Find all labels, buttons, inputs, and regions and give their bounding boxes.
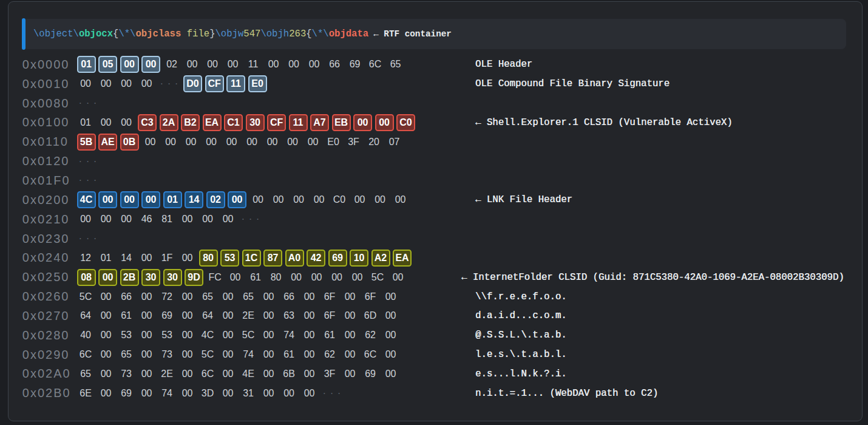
byte-cells: 00000000···D0CF11E0 — [75, 75, 268, 92]
row-annotation: ← Shell.Explorer.1 CLSID (Vulnerable Act… — [475, 117, 733, 128]
offset-label: 0x0010 — [22, 77, 76, 91]
offset-label: 0x0240 — [22, 251, 76, 265]
hex-row: 0x0240120114001F0080531C87A0426910A2EA — [8, 248, 861, 268]
offset-label: 0x0110 — [22, 135, 76, 149]
hex-byte: 00 — [138, 330, 155, 341]
rtf-token: { — [306, 29, 311, 39]
hex-byte: 00 — [97, 117, 115, 128]
hex-byte-highlight: 00 — [141, 191, 160, 208]
hex-byte: 00 — [260, 291, 277, 302]
hex-byte: 00 — [280, 388, 298, 399]
offset-label: 0x0250 — [22, 270, 76, 284]
byte-cells: ··· — [75, 155, 96, 168]
rtf-token: \objh — [260, 29, 289, 39]
hex-byte: 00 — [219, 291, 237, 302]
offset-label: 0x0080 — [22, 97, 76, 110]
offset-label: 0x0000 — [22, 58, 76, 72]
hex-byte: 00 — [290, 194, 308, 205]
row-annotation: @.S.S.L.\.t.a.b. — [475, 330, 567, 341]
offset-label: 0x0280 — [22, 328, 76, 342]
hex-byte: 66 — [118, 291, 135, 302]
row-annotation: e.s...l.N.k.?.i. — [475, 369, 567, 379]
hex-byte: 00 — [97, 369, 115, 379]
hex-byte: 00 — [288, 272, 305, 283]
ellipsis: ··· — [77, 233, 95, 245]
rtf-token: \* — [118, 29, 130, 39]
hex-byte: 00 — [341, 330, 359, 341]
hex-byte: 00 — [341, 349, 359, 360]
rtf-token: \object — [33, 29, 73, 39]
hex-byte: 01 — [97, 253, 115, 264]
rtf-token: objclass — [135, 29, 181, 39]
hex-byte: 00 — [243, 137, 261, 148]
hex-byte: 74 — [240, 349, 257, 360]
hex-row: 0x025008002B30309DFC006180000000005C00← … — [8, 268, 861, 287]
hex-byte: 64 — [199, 310, 217, 321]
hex-byte: 62 — [321, 349, 339, 360]
hex-byte: 00 — [178, 369, 196, 379]
hex-byte-highlight: D0 — [183, 75, 202, 92]
byte-cells: 64006100690064002E0063006F006D00 — [75, 310, 401, 321]
byte-cells: 01050000020000001100000066696C65 — [75, 56, 405, 73]
row-annotation: OLE Header — [475, 59, 532, 70]
hex-byte: 00 — [118, 214, 135, 225]
hex-byte: 00 — [219, 330, 237, 341]
hex-byte: 00 — [138, 253, 155, 264]
hex-byte-highlight: 01 — [77, 56, 96, 73]
hex-byte-highlight: 14 — [185, 191, 203, 208]
hex-row: 0x0100010000C32AB2EAC130CF11A7EB0000C0← … — [8, 113, 861, 132]
row-annotation: n.i.t.=.1... (WebDAV path to C2) — [475, 388, 658, 399]
hex-byte: 00 — [260, 349, 277, 360]
hex-byte: 00 — [382, 310, 399, 321]
hex-byte: 00 — [182, 137, 200, 148]
hex-byte-highlight: EA — [393, 250, 412, 267]
hex-byte: 00 — [224, 59, 242, 70]
hex-byte: 14 — [118, 253, 135, 264]
hex-byte-highlight: 2A — [160, 114, 178, 131]
row-annotation: d.a.i.d...c.o.m. — [475, 310, 567, 321]
hex-byte: 00 — [203, 137, 220, 148]
hex-byte: 6C — [367, 59, 384, 70]
hex-byte-highlight: 69 — [328, 250, 347, 267]
hex-byte: 40 — [77, 330, 95, 341]
hex-byte: 00 — [204, 59, 222, 70]
hex-byte: 00 — [178, 349, 196, 360]
hex-byte: 00 — [97, 388, 115, 399]
hex-byte: 00 — [300, 330, 318, 341]
hex-byte-highlight: 08 — [77, 269, 96, 286]
rtf-token: objocx — [79, 29, 113, 39]
hex-byte-highlight: CF — [267, 114, 286, 131]
offset-label: 0x0100 — [22, 115, 76, 129]
byte-cells: 6E00690074003D0031000000··· — [75, 387, 340, 399]
hex-byte: 00 — [300, 349, 318, 360]
hex-byte: 46 — [138, 214, 155, 225]
hex-byte: 00 — [138, 349, 155, 360]
rtf-token: file — [181, 29, 209, 39]
hex-byte-highlight: A0 — [285, 250, 304, 267]
hex-byte: E0 — [325, 137, 342, 148]
hex-byte: 4C — [199, 330, 217, 341]
hex-byte-highlight: 2B — [120, 269, 139, 286]
hex-byte: 00 — [178, 330, 196, 341]
hex-byte: 00 — [183, 59, 201, 70]
hex-byte: 00 — [219, 349, 237, 360]
rtf-token: 547 — [243, 29, 260, 39]
hex-byte: 65 — [240, 291, 257, 302]
hex-byte: 65 — [118, 349, 135, 360]
hex-byte: 80 — [267, 272, 285, 283]
hex-byte: 00 — [97, 78, 115, 89]
hex-byte: 00 — [178, 291, 196, 302]
hex-byte: 00 — [141, 137, 159, 148]
hex-byte-highlight: AE — [98, 134, 117, 151]
hex-byte: 6C — [199, 369, 217, 379]
hex-byte-highlight: 00 — [120, 191, 139, 208]
hex-byte: 00 — [285, 59, 303, 70]
hex-byte: 00 — [382, 330, 399, 341]
hex-byte-highlight: E0 — [248, 75, 267, 92]
byte-cells: ··· — [75, 233, 96, 245]
rtf-token: } — [209, 29, 215, 39]
hex-byte: 4E — [240, 369, 257, 379]
hex-byte: 81 — [158, 214, 176, 225]
hex-byte: 6E — [77, 388, 95, 399]
hex-byte: 61 — [321, 330, 339, 341]
